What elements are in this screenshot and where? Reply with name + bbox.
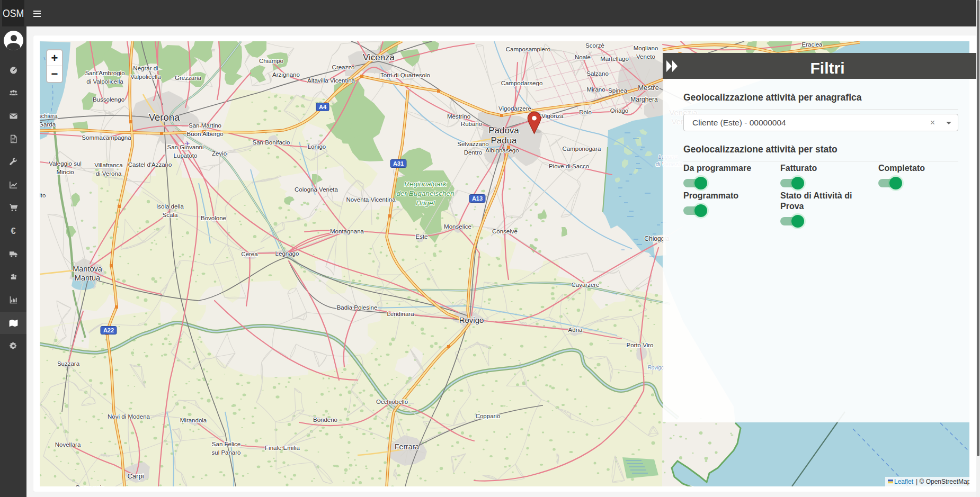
svg-text:Camponogara: Camponogara (563, 146, 601, 152)
svg-text:Marghera: Marghera (630, 96, 658, 103)
svg-text:Mestrino: Mestrino (447, 113, 470, 120)
svg-text:der Euganeischen: der Euganeischen (397, 189, 455, 197)
svg-text:Martellago: Martellago (600, 56, 629, 62)
svg-text:Altavilla Vicentina: Altavilla Vicentina (307, 77, 355, 84)
svg-text:Dolo: Dolo (579, 109, 592, 115)
svg-text:Vigodarzere: Vigodarzere (498, 105, 531, 112)
svg-text:Noventa Vicentina: Noventa Vicentina (346, 196, 396, 203)
svg-text:Mantova: Mantova (73, 265, 103, 273)
svg-text:sul Panaro: sul Panaro (212, 449, 241, 456)
svg-text:Correggio: Correggio (75, 484, 105, 486)
svg-text:Finale Emilia: Finale Emilia (265, 445, 300, 451)
svg-text:Scala: Scala (163, 212, 178, 218)
svg-text:Camposampiero: Camposampiero (506, 46, 550, 52)
svg-text:Mestre: Mestre (638, 84, 659, 92)
svg-text:Carpi: Carpi (127, 472, 144, 480)
svg-text:di Valpolicella: di Valpolicella (86, 78, 123, 85)
svg-text:Lendinara: Lendinara (387, 311, 414, 317)
svg-text:Occhiobello: Occhiobello (376, 399, 408, 405)
svg-text:Salzano: Salzano (586, 70, 609, 77)
svg-text:A4: A4 (319, 104, 327, 110)
svg-text:Cerea: Cerea (241, 251, 258, 257)
svg-text:Torri di Quartesolo: Torri di Quartesolo (380, 72, 430, 78)
svg-text:A13: A13 (472, 195, 483, 202)
svg-text:Verona: Verona (149, 112, 180, 123)
svg-text:Sant'Ambrogio: Sant'Ambrogio (85, 70, 124, 76)
svg-text:di Verona: di Verona (96, 170, 122, 177)
svg-text:Chiampo: Chiampo (259, 58, 283, 64)
svg-text:Conselve: Conselve (492, 228, 518, 234)
svg-text:Piove di Sacco: Piove di Sacco (549, 163, 589, 169)
svg-text:Creazzo: Creazzo (332, 64, 355, 70)
svg-text:Zevio: Zevio (212, 150, 227, 157)
svg-text:Coppario: Coppario (476, 413, 501, 419)
svg-text:Hügel: Hügel (416, 199, 435, 207)
svg-text:Veneto: Veneto (636, 53, 655, 60)
svg-text:el Garda: el Garda (40, 121, 56, 128)
svg-text:Bovolone: Bovolone (201, 215, 226, 221)
svg-text:Lupatoto: Lupatoto (174, 152, 198, 159)
svg-text:Mogliano: Mogliano (634, 45, 658, 51)
svg-text:Este: Este (415, 233, 427, 240)
svg-text:Arzignano: Arzignano (272, 71, 300, 78)
svg-text:Rovigo: Rovigo (459, 315, 484, 324)
svg-text:Isola della: Isola della (156, 203, 184, 210)
svg-text:Castel d'Azzano: Castel d'Azzano (128, 161, 172, 168)
svg-text:Novi di Modena: Novi di Modena (108, 413, 150, 420)
svg-text:Legnago: Legnago (275, 250, 299, 257)
svg-text:Lonigo: Lonigo (308, 143, 326, 150)
svg-text:Spinea: Spinea (608, 87, 627, 94)
svg-text:Porto Viro: Porto Viro (627, 342, 654, 348)
svg-text:Selvazzano: Selvazzano (457, 141, 488, 147)
svg-text:Mirano: Mirano (586, 86, 605, 93)
svg-text:oito: oito (40, 192, 46, 198)
svg-text:| © OpenStreetMap: | © OpenStreetMap (916, 478, 969, 485)
svg-text:Padova: Padova (488, 125, 519, 135)
svg-text:Mincio: Mincio (56, 169, 74, 175)
svg-text:Negrar di: Negrar di (133, 65, 158, 71)
svg-text:Cavarzere: Cavarzere (571, 282, 599, 288)
svg-text:Dentro: Dentro (464, 149, 483, 156)
svg-text:San Felice: San Felice (212, 441, 240, 447)
svg-text:eschiera: eschiera (40, 113, 58, 119)
svg-text:Rovigo: Rovigo (647, 365, 664, 371)
svg-text:Eraclea: Eraclea (802, 41, 823, 48)
svg-text:A22: A22 (103, 327, 114, 333)
svg-text:Campodarsego: Campodarsego (501, 80, 543, 86)
svg-text:Mantua: Mantua (75, 274, 101, 282)
svg-text:Grezzana: Grezzana (175, 75, 201, 81)
svg-text:Albignasego: Albignasego (485, 147, 519, 153)
svg-text:Rubano: Rubano (461, 121, 482, 127)
svg-text:Adria: Adria (568, 327, 583, 333)
svg-text:Sommacampagna: Sommacampagna (82, 134, 131, 141)
svg-text:Oriago: Oriago (610, 107, 629, 114)
svg-text:Badia Polesine: Badia Polesine (337, 304, 378, 311)
svg-text:Monselice: Monselice (444, 223, 471, 230)
svg-text:Villafranca: Villafranca (94, 162, 123, 168)
svg-text:Valpolicella: Valpolicella (130, 74, 161, 80)
svg-text:Valeggio sul: Valeggio sul (49, 160, 82, 167)
svg-text:Padua: Padua (491, 135, 517, 146)
svg-text:Leaflet: Leaflet (894, 478, 914, 485)
svg-text:Bondeno: Bondeno (313, 417, 337, 423)
svg-text:Regionalpark: Regionalpark (404, 180, 447, 188)
svg-text:Noale: Noale (575, 54, 591, 60)
svg-text:Mirandola: Mirandola (180, 417, 207, 423)
svg-text:Scorzè: Scorzè (585, 42, 604, 49)
svg-text:Montagnana: Montagnana (330, 228, 364, 234)
svg-text:Cologna Veneta: Cologna Veneta (295, 186, 338, 193)
svg-text:A31: A31 (393, 160, 404, 167)
svg-text:Suzzara: Suzzara (57, 360, 80, 367)
svg-text:Ferrara: Ferrara (395, 442, 419, 451)
svg-text:Buon Albergo: Buon Albergo (186, 131, 223, 137)
svg-text:Vicenza: Vicenza (363, 52, 395, 62)
svg-text:Bussolengo: Bussolengo (93, 96, 124, 103)
svg-text:Novellara: Novellara (55, 441, 81, 448)
svg-text:San Martino: San Martino (189, 122, 221, 129)
svg-text:San Giovanni: San Giovanni (167, 144, 203, 150)
svg-text:Vigonza: Vigonza (541, 113, 564, 119)
svg-text:San Bonifacio: San Bonifacio (253, 139, 290, 146)
